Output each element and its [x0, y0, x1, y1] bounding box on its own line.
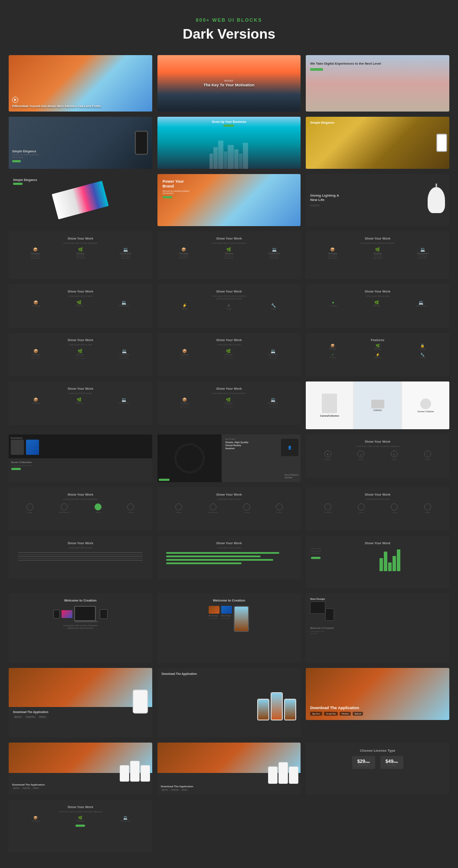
card-ecommerce[interactable]: Ecommerce Ecom Collection Lorem ipsum do… [9, 434, 152, 482]
card-brand[interactable]: Power YourBrand Discover our amazing pro… [157, 174, 301, 226]
mountain-title: Simple Elegance [310, 121, 334, 124]
download2-title: Download The Application [162, 672, 297, 675]
page-wrapper: 800+ WEB UI BLOCKS Dark Versions Differe… [0, 0, 458, 868]
card-hero-3[interactable]: We Take Digital Experiences to the Next … [306, 55, 449, 112]
card-pricing[interactable]: Choose License Type $29/mo Basic Plan $4… [306, 743, 449, 795]
card-mountain[interactable]: Simple Elegance [306, 117, 449, 169]
app-left-title: New Design [310, 598, 445, 600]
card-lamp[interactable]: Giving Lighting ANew Life [306, 174, 449, 226]
lamp-title: Giving Lighting ANew Life [310, 194, 339, 203]
services-row5-2: Show Your Work Lorem ipsum dolor sit ame… [157, 284, 301, 328]
services-circles-2: Show Your Work Lorem ipsum dolor sit ame… [9, 487, 152, 531]
download3-title: Download The Application [12, 783, 149, 786]
page-header: 800+ WEB UI BLOCKS Dark Versions [9, 17, 449, 42]
services-last: Show Your Work Lorem ipsum dolor sit ame… [9, 800, 152, 852]
services-row7-1: Show Your Work Lorem ipsum dolor sit ame… [9, 381, 152, 425]
services-circles-1: Show Your Work Lorem ipsum dolor sit ame… [306, 434, 449, 478]
services-icons-3: 📦PackagingLorem ipsumdolor sit amet 🌿Bra… [311, 247, 444, 259]
download-full-title: Download The Application [310, 706, 363, 710]
header-subtitle: 800+ WEB UI BLOCKS [9, 17, 449, 23]
price-2: $49/mo [386, 759, 398, 764]
download4-title: Download The Application [161, 785, 298, 788]
services-row4-1: Show Your Work Lorem ipsum dolor sit ame… [9, 231, 152, 279]
sw-title: Show Your Work [14, 237, 147, 240]
header-title: Dark Versions [9, 26, 449, 42]
card-download-4[interactable]: Download The Application App Store Googl… [157, 743, 301, 795]
services-progress: Show Your Work Lorem ipsum dolor sit ame… [157, 536, 301, 579]
hero2-title: The Key To Your Motivation [203, 83, 255, 87]
product-name: Sony PlatinumSpeaker [285, 473, 298, 479]
services-chart: Show Your Work Lorem ipsumdolor sit amet… [306, 536, 449, 588]
card-download-full[interactable]: Download The Application App Store Googl… [306, 668, 449, 720]
services-circles-4: Show Your Work Lorem ipsum dolor sit ame… [306, 487, 449, 531]
brand-title: Power YourBrand [163, 179, 190, 189]
app-left-subtitle: Welcome to Creation [310, 627, 445, 629]
card-hero-2[interactable]: BRAND The Key To Your Motivation [157, 55, 301, 112]
services-icons-2: 📦PackagingLorem ipsumdolor sit amet 🌿Bra… [163, 247, 296, 259]
card-hero-1[interactable]: Differentiate Yourself And Attract More … [9, 55, 152, 112]
card-city[interactable]: Grow Up Your Business [157, 117, 301, 169]
card-app-mockup-left[interactable]: New Design Welcome to Creation Lorem ips… [306, 593, 449, 663]
download1-title: Download The Application [13, 710, 148, 713]
card-download-3[interactable]: Download The Application App Store Googl… [9, 743, 152, 795]
hero3-title: We Take Digital Experiences to the Next … [310, 62, 445, 66]
services-circles-3: Show Your Work Lorem ipsum dolor sit ame… [157, 487, 301, 531]
pricing-title: Choose License Type [312, 749, 443, 753]
brand-desc: Discover our amazing productsand service… [163, 190, 190, 195]
card-welcome-1[interactable]: Welcome to Creation Lorem ipsum dolor si… [9, 593, 152, 663]
welcome1-title: Welcome to Creation [14, 598, 147, 602]
services-circles-5: Show Your Work Lorem ipsum dolor sit ame… [9, 536, 152, 579]
phone1-title: Simple Elegance [12, 150, 39, 153]
services-row5-3: Show Your Work Lorem ipsum dolor sit ame… [306, 284, 449, 328]
card-diagonal[interactable]: Simple Elegance [9, 174, 152, 226]
services-row6-2: Show Your Work Lorem ipsum dolor sit ame… [157, 333, 301, 376]
card-phone-1[interactable]: Simple Elegance Discover our amazing pro… [9, 117, 152, 169]
services-row7-2: Show Your Work Lorem ipsum dolor sit ame… [157, 381, 301, 425]
services-row5-1: Show Your Work Lorem ipsum dolor sit ame… [9, 284, 152, 328]
card-collections[interactable]: Camera/Collection Collection Summer Coll… [306, 381, 449, 429]
features-card: Features 📦PackagingLorem ipsum 🌿Branding… [306, 333, 449, 376]
services-row4-3: Show Your Work Lorem ipsum dolor sit ame… [306, 231, 449, 279]
card-download-1[interactable]: Download The Application App Store Googl… [9, 668, 152, 737]
welcome2-title: Welcome to Creation [163, 598, 296, 602]
diagonal-title: Simple Elegance [13, 178, 148, 181]
card-download-2[interactable]: Download The Application [157, 668, 301, 737]
cards-grid: Differentiate Yourself And Attract More … [9, 55, 449, 852]
card-headphones[interactable]: New Product Simple, High QualityVirtual … [157, 434, 301, 482]
city-title: Grow Up Your Business [157, 120, 301, 123]
services-row6-1: Show Your Work Lorem ipsum dolor sit ame… [9, 333, 152, 376]
phone1-desc: Discover our amazing productsand service… [12, 154, 39, 159]
services-icons: 📦PackagingLorem ipsumdolor sit amet 🌿Bra… [14, 247, 147, 259]
price-1: $29/mo [357, 759, 370, 764]
card-welcome-2[interactable]: Welcome to Creation New Design Lorem ips… [157, 593, 301, 663]
services-row4-2: Show Your Work Lorem ipsum dolor sit ame… [157, 231, 301, 279]
hero1-text: Differentiate Yourself And Attract More … [12, 105, 149, 108]
